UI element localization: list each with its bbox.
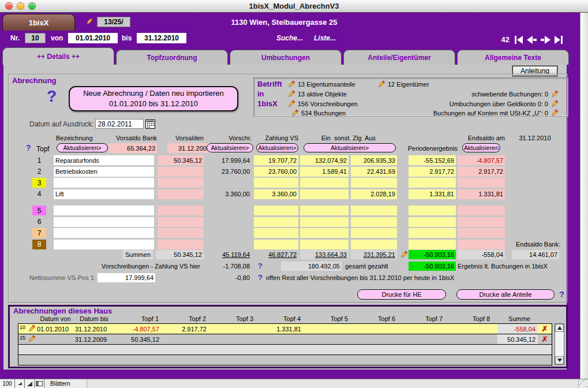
ein-field[interactable]: 1.589,41 — [300, 167, 349, 177]
tab-details[interactable]: ++ Details ++ — [2, 47, 114, 65]
resize-grip[interactable] — [578, 379, 588, 388]
nettosumme-field[interactable]: 17.999,64 — [98, 273, 155, 282]
topf-name-field[interactable] — [54, 217, 154, 227]
ein-field[interactable] — [300, 228, 349, 238]
help-icon[interactable]: ? — [559, 289, 564, 299]
zoom-level-field[interactable]: 100 — [0, 379, 15, 388]
datum-ausdruck-label: Datum auf Ausdruck: — [29, 120, 93, 128]
help-icon[interactable]: ? — [258, 273, 263, 282]
neue-abrechnung-button[interactable]: Neue Abrechnung / Daten neu importieren … — [69, 86, 238, 111]
endsaldo-bank-value: 14.461,07 — [512, 250, 559, 259]
purple-header: 1bisX 13/25/ 1130 Wien, Steibauergasse 2… — [0, 13, 580, 47]
tab-topfzuordnung[interactable]: Topfzuordnung — [116, 50, 228, 65]
aus-field[interactable]: 206.935,33 — [351, 155, 397, 165]
zahlung-vs-field[interactable]: 19.707,72 — [254, 155, 298, 165]
bis-date-field[interactable]: 31.12.2010 — [137, 33, 186, 43]
nr-field[interactable]: 10 — [25, 33, 46, 43]
zahlung-vs-field[interactable] — [254, 206, 298, 215]
zahlung-vs-field[interactable] — [254, 178, 298, 188]
zahlung-vs-field[interactable] — [254, 217, 298, 227]
topf-name-field[interactable]: Reparaturfonds — [54, 155, 154, 165]
window-vertical-scrollbar[interactable] — [580, 13, 588, 379]
zoom-in-icon[interactable] — [25, 379, 35, 388]
status-area-toggle-icon[interactable] — [35, 379, 44, 388]
tab-allgemeine-texte[interactable]: Allgemeine Texte — [457, 50, 569, 65]
ein-field[interactable] — [300, 189, 349, 199]
first-record-button[interactable] — [515, 36, 523, 44]
ein-field[interactable]: 132.074,92 — [300, 155, 349, 165]
von-date-field[interactable]: 01.01.2010 — [68, 33, 118, 43]
vorsaldo-field[interactable] — [158, 217, 204, 227]
tab-umbuchungen[interactable]: Umbuchungen — [230, 50, 342, 65]
pencil-icon[interactable] — [28, 335, 36, 343]
pencil-icon[interactable] — [287, 100, 295, 108]
pencil-icon[interactable] — [287, 90, 295, 98]
vorsaldo-field[interactable] — [158, 189, 204, 199]
vorsaldo-field[interactable] — [158, 178, 204, 188]
help-icon[interactable]: ? — [258, 262, 263, 270]
topf-name-field[interactable]: Lift — [54, 189, 154, 199]
vorsalden-date-value: 31.12.2009 — [167, 143, 212, 153]
liste-link[interactable]: Liste... — [314, 34, 336, 42]
drucke-he-button[interactable]: Drucke für HE — [357, 289, 446, 300]
pencil-icon[interactable] — [550, 90, 559, 98]
zahlung-vs-field[interactable]: 23.760,00 — [254, 167, 298, 177]
previous-record-button[interactable] — [527, 36, 537, 44]
aktualisieren-bezeichnung-button[interactable]: Aktualisieren> — [57, 143, 108, 152]
help-icon[interactable]: ? — [47, 87, 57, 106]
vorsaldo-field[interactable]: 50.345,12 — [158, 155, 204, 165]
aus-field[interactable] — [351, 178, 397, 188]
bis-label: bis — [122, 34, 132, 42]
topf-name-field[interactable] — [54, 206, 154, 215]
last-record-button[interactable] — [555, 36, 563, 44]
aus-field[interactable]: 2.028,19 — [351, 189, 397, 199]
aktualisieren-ein-aus-button[interactable]: Aktualisieren> — [304, 143, 396, 152]
pencil-icon[interactable] — [287, 80, 295, 88]
list-scrollbar[interactable] — [555, 323, 564, 365]
aus-field[interactable] — [351, 228, 397, 238]
delete-row-icon[interactable]: ✗ — [538, 324, 552, 333]
scroll-up-icon[interactable] — [555, 324, 564, 332]
table-header-labels: Bezeichnung Vorsaldo Bank Vorsalden Vors… — [9, 135, 567, 143]
zahlung-vs-field[interactable] — [254, 228, 298, 238]
pencil-icon[interactable] — [550, 109, 559, 117]
datum-ausdruck-field[interactable]: 28.02.2011 — [95, 119, 144, 129]
pencil-icon[interactable] — [400, 251, 408, 259]
zahlung-vs-field[interactable]: 3.360,00 — [254, 189, 298, 199]
vorsaldo-field[interactable] — [158, 206, 204, 215]
tab-anteile-eigentuemer[interactable]: Anteile/Eigentümer — [343, 50, 455, 65]
scroll-down-icon[interactable] — [555, 356, 564, 364]
pencil-icon[interactable] — [28, 324, 36, 333]
zoom-out-icon[interactable] — [15, 379, 25, 388]
ein-field[interactable] — [300, 206, 349, 215]
vorsaldo-field[interactable] — [158, 167, 204, 177]
pencil-icon[interactable] — [291, 109, 299, 117]
drucke-alle-anteile-button[interactable]: Drucke alle Anteile — [456, 289, 555, 300]
horizontal-scrollbar[interactable] — [87, 379, 578, 388]
aktualisieren-zahlung-button[interactable]: Aktualisieren> — [256, 143, 298, 152]
topf-name-field[interactable]: Betriebskosten — [54, 167, 154, 177]
vorsaldo-field[interactable] — [158, 228, 204, 238]
pencil-icon[interactable] — [550, 100, 559, 108]
liste-row-2[interactable]: 25 31.12.2009 50.345,12 50.345,12 — [18, 334, 552, 345]
summe-periodenergebnis: -50.903,16 — [409, 250, 456, 259]
help-icon[interactable]: ? — [26, 143, 31, 152]
suche-link[interactable]: Suche... — [276, 34, 303, 42]
aus-field[interactable] — [351, 206, 397, 215]
mode-selector[interactable]: Blättern — [44, 379, 87, 388]
calendar-icon[interactable] — [145, 120, 156, 129]
ein-field[interactable] — [300, 178, 349, 188]
summe-aus: 231.395,21 — [351, 250, 397, 259]
aus-field[interactable] — [351, 217, 397, 227]
next-record-button[interactable] — [541, 36, 550, 44]
topf-name-field[interactable] — [54, 228, 154, 238]
ein-field[interactable] — [300, 217, 349, 227]
topf-name-field[interactable] — [54, 178, 154, 188]
aktualisieren-endsaldo-button[interactable]: Aktualisieren — [462, 143, 500, 152]
aktualisieren-vorschr-button[interactable]: Aktualisieren> — [207, 143, 253, 152]
liste-row-1[interactable]: 10 01.01.2010 31.12.2010 -4.807,57 2.917… — [18, 324, 552, 334]
aus-field[interactable]: 22.431,69 — [351, 167, 397, 177]
delete-row-icon[interactable]: ✗ — [538, 335, 552, 344]
topf1-value: -4.807,57 — [114, 326, 162, 333]
pencil-icon[interactable] — [377, 80, 385, 88]
